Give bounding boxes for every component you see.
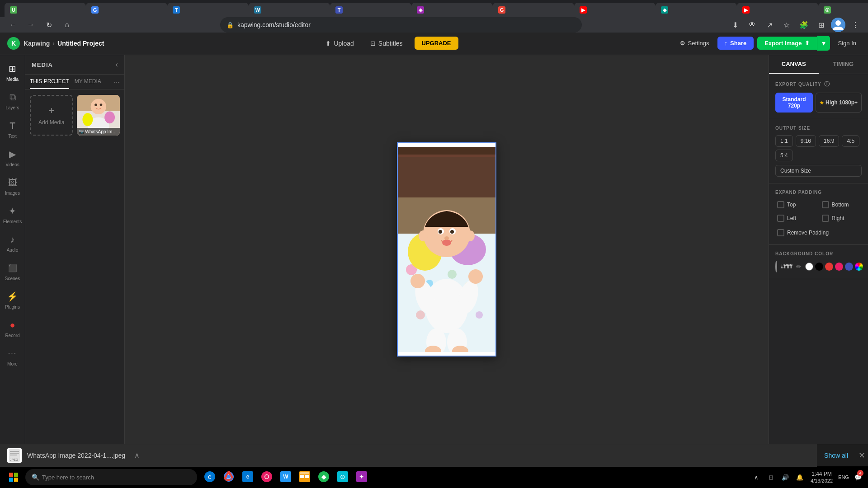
tab-youtube1[interactable]: ▶ [574, 3, 656, 17]
taskbar-word[interactable]: W [277, 467, 295, 487]
bg-color-swatch[interactable] [775, 261, 777, 272]
canvas-frame[interactable] [397, 142, 496, 357]
media-options-button[interactable]: ··· [114, 78, 120, 89]
taskbar-opera[interactable]: O [258, 467, 276, 487]
sidebar-item-layers[interactable]: ⧉ Layers [1, 87, 24, 114]
forward-button[interactable]: → [24, 18, 38, 32]
collapse-panel-button[interactable]: ‹ [116, 61, 118, 69]
tab-sourcetree[interactable]: ◆ [656, 3, 737, 17]
tab-youtube2[interactable]: ▶ [737, 3, 818, 17]
media-thumbnail-whatsapp[interactable]: 📷 WhatsApp Ima... [77, 95, 120, 136]
bg-pencil-icon[interactable]: ✏ [796, 263, 802, 270]
size-16-9-button[interactable]: 16:9 [819, 135, 839, 147]
padding-left[interactable]: Left [775, 213, 817, 224]
tab-wordpress[interactable]: W [249, 3, 330, 17]
reload-button[interactable]: ↻ [42, 18, 56, 32]
padding-left-checkbox[interactable] [777, 215, 784, 222]
browser-eye-icon[interactable]: 👁 [745, 18, 760, 32]
home-button[interactable]: ⌂ [60, 18, 74, 32]
start-button[interactable] [4, 467, 24, 487]
padding-bottom[interactable]: Bottom [820, 199, 862, 210]
app-name[interactable]: Kapwing [24, 40, 50, 47]
swatch-black[interactable] [815, 263, 823, 271]
remove-padding[interactable]: Remove Padding [775, 227, 862, 238]
padding-top-checkbox[interactable] [777, 201, 784, 208]
sidebar-item-audio[interactable]: ♪ Audio [1, 230, 24, 256]
subtitles-button[interactable]: ⊡ Subtitles [366, 37, 407, 50]
sidebar-item-record[interactable]: ● Record [1, 315, 24, 342]
padding-right[interactable]: Right [820, 213, 862, 224]
taskbar-chrome[interactable] [220, 467, 238, 487]
project-name[interactable]: Untitled Project [57, 40, 104, 47]
padding-top[interactable]: Top [775, 199, 817, 210]
taskbar-app3[interactable]: ✦ [353, 467, 371, 487]
upload-button[interactable]: ⬆ Upload [321, 37, 358, 50]
download-expand-button[interactable]: ∧ [131, 449, 143, 462]
back-button[interactable]: ← [5, 18, 20, 32]
remove-padding-checkbox[interactable] [777, 229, 784, 236]
extensions-icon[interactable]: 🧩 [797, 18, 811, 32]
show-all-button[interactable]: Show all [817, 452, 855, 459]
size-5-4-button[interactable]: 5:4 [775, 150, 793, 161]
tab-this-project[interactable]: THIS PROJECT [30, 78, 69, 89]
tab-google2[interactable]: G [493, 3, 574, 17]
tray-battery[interactable]: 🔔 [793, 467, 806, 487]
tab-google1[interactable]: G [86, 3, 167, 17]
upgrade-button[interactable]: UPGRADE [415, 37, 458, 50]
share-page-icon[interactable]: ↗ [762, 18, 777, 32]
size-4-5-button[interactable]: 4:5 [842, 135, 859, 147]
size-1-1-button[interactable]: 1:1 [775, 135, 793, 147]
sidebar-item-text[interactable]: T Text [1, 116, 24, 142]
windows-search[interactable]: 🔍 Type here to search [25, 469, 197, 485]
swatch-red[interactable] [825, 263, 833, 271]
tab-my-media[interactable]: MY MEDIA [75, 78, 101, 89]
profile-icon[interactable]: ⊞ [814, 18, 828, 32]
sign-in-button[interactable]: Sign In [834, 37, 861, 49]
win-clock[interactable]: 1:44 PM 4/13/2022 [808, 471, 835, 483]
star-icon[interactable]: ☆ [779, 18, 794, 32]
swatch-pink[interactable] [835, 263, 843, 271]
lang-indicator[interactable]: ENG [837, 467, 850, 487]
share-button[interactable]: ↑ Share [717, 37, 754, 50]
tab-upwork[interactable]: U [5, 3, 86, 17]
taskbar-ie[interactable]: e [201, 467, 219, 487]
sidebar-item-media[interactable]: ⊞ Media [1, 59, 24, 85]
export-main-button[interactable]: Export Image ⬆ [757, 37, 816, 50]
tab-canvas[interactable]: CANVAS [769, 55, 819, 74]
tab-counter[interactable]: ② [818, 3, 868, 17]
tray-expand[interactable]: ∧ [750, 467, 763, 487]
high-quality-button[interactable]: ★ High 1080p+ [816, 93, 862, 113]
sidebar-item-videos[interactable]: ▶ Videos [1, 144, 24, 171]
sidebar-item-elements[interactable]: ✦ Elements [1, 201, 24, 228]
padding-right-checkbox[interactable] [822, 215, 829, 222]
tab-artify[interactable]: ◈ [411, 3, 493, 17]
taskbar-app1[interactable]: ◆ [315, 467, 333, 487]
swatch-blue[interactable] [845, 263, 853, 271]
tray-volume[interactable]: 🔊 [779, 467, 792, 487]
sidebar-item-plugins[interactable]: ⚡ Plugins [1, 286, 24, 313]
notification-button[interactable]: 💬 4 [852, 467, 864, 487]
user-avatar[interactable] [831, 18, 845, 32]
sidebar-item-scenes[interactable]: ⬛ Scenes [1, 258, 24, 285]
sidebar-item-images[interactable]: 🖼 Images [1, 173, 24, 199]
size-9-16-button[interactable]: 9:16 [796, 135, 816, 147]
download-close-button[interactable]: ✕ [855, 449, 868, 462]
taskbar-app2[interactable]: ⊙ [334, 467, 352, 487]
sidebar-item-more[interactable]: ··· More [1, 343, 24, 370]
tab-taskheat[interactable]: T [167, 3, 249, 17]
swatch-gradient[interactable] [855, 263, 863, 271]
menu-icon[interactable]: ⋮ [848, 18, 863, 32]
download-icon[interactable]: ⬇ [728, 18, 742, 32]
add-media-button[interactable]: + Add Media [30, 95, 73, 136]
export-dropdown-button[interactable]: ▾ [817, 36, 830, 51]
custom-size-button[interactable]: Custom Size [775, 165, 862, 177]
tab-timing[interactable]: TIMING [819, 55, 868, 74]
padding-bottom-checkbox[interactable] [822, 201, 829, 208]
taskbar-explorer[interactable] [296, 467, 314, 487]
address-bar[interactable]: 🔒 kapwing.com/studio/editor [220, 17, 582, 33]
settings-button[interactable]: ⚙ Settings [675, 37, 714, 49]
swatch-white[interactable] [805, 263, 813, 271]
standard-quality-button[interactable]: Standard 720p [775, 93, 813, 113]
taskbar-edge[interactable]: e [239, 467, 257, 487]
tab-tv[interactable]: T [330, 3, 411, 17]
